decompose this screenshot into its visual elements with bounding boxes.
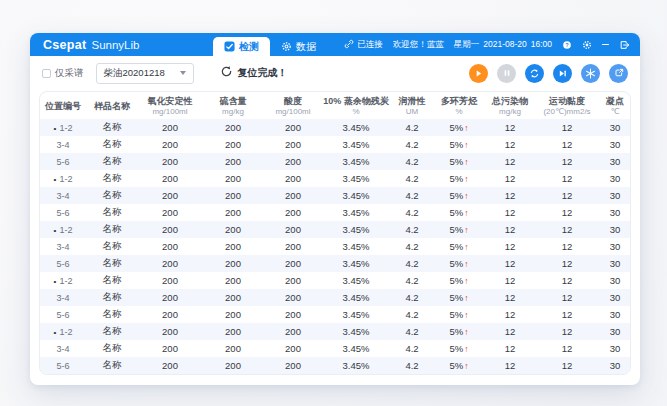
table-row[interactable]: 3-4名称2002002003.45%4.25%↑121230 (40, 238, 631, 255)
value-cell: 12 (484, 323, 536, 340)
value-cell: 3.45% (322, 357, 390, 374)
value-cell: 200 (202, 238, 264, 255)
export-icon (614, 68, 624, 78)
table-row[interactable]: 3-4名称2002002003.45%4.25%↑121230 (40, 136, 631, 153)
help-icon[interactable]: ? (562, 40, 572, 50)
value-cell: 200 (264, 136, 322, 153)
value-cell: 12 (536, 187, 598, 204)
column-label: 凝点 (598, 96, 631, 107)
column-label: 硫含量 (202, 96, 264, 107)
freeze-button[interactable] (581, 64, 600, 83)
table-row[interactable]: 3-4名称2002002003.45%4.25%↑121230 (40, 340, 631, 357)
value-cell: 200 (264, 255, 322, 272)
table-row[interactable]: 5-6名称2002002003.45%4.25%↑121230 (40, 255, 631, 272)
results-table-card: 位置编号样品名称氧化安定性mg/100ml硫含量mg/kg酸度mg/100ml1… (39, 91, 631, 375)
value-cell: 12 (536, 340, 598, 357)
value-cell: 200 (264, 119, 322, 136)
tab-data[interactable]: 数据 (270, 37, 327, 56)
value-cell: 4.2 (390, 187, 434, 204)
table-row[interactable]: •1-2名称2002002003.45%4.25%↑121230 (40, 221, 631, 238)
start-button[interactable] (469, 64, 488, 83)
value-cell: 30 (598, 238, 631, 255)
minimize-icon[interactable] (602, 44, 609, 46)
position-cell: •1-2 (40, 170, 86, 187)
spectrum-only-checkbox-group[interactable]: 仅采谱 (42, 67, 84, 80)
play-icon (474, 69, 483, 78)
sample-name-cell: 名称 (86, 255, 138, 272)
column-header: 样品名称 (86, 92, 138, 119)
table-row[interactable]: 3-4名称2002002003.45%4.25%↑121230 (40, 289, 631, 306)
value-cell: 12 (484, 136, 536, 153)
table-row[interactable]: 5-6名称2002002003.45%4.25%↑121230 (40, 357, 631, 374)
table-row[interactable]: 5-6名称2002002003.45%4.25%↑121230 (40, 306, 631, 323)
table-row[interactable]: 3-4名称2002002003.45%4.25%↑121230 (40, 187, 631, 204)
table-header-row: 位置编号样品名称氧化安定性mg/100ml硫含量mg/kg酸度mg/100ml1… (40, 92, 631, 119)
alert-up-icon: ↑ (464, 208, 468, 218)
settings-gear-icon[interactable] (582, 40, 592, 50)
value-cell: 5%↑ (434, 323, 484, 340)
value-cell: 12 (536, 306, 598, 323)
value-cell: 5%↑ (434, 340, 484, 357)
link-icon (344, 39, 354, 51)
value-cell: 200 (264, 357, 322, 374)
reset-status-text: 复位完成！ (238, 66, 288, 80)
value-cell: 30 (598, 136, 631, 153)
table-row[interactable]: •1-2名称2002002003.45%4.25%↑121230 (40, 119, 631, 136)
value-cell: 3.45% (322, 221, 390, 238)
weekday-text: 星期一 (454, 39, 480, 51)
value-cell: 4.2 (390, 238, 434, 255)
value-cell: 4.2 (390, 119, 434, 136)
column-unit: mg/100ml (264, 107, 322, 117)
value-cell: 30 (598, 119, 631, 136)
table-row[interactable]: •1-2名称2002002003.45%4.25%↑121230 (40, 272, 631, 289)
table-row[interactable]: 5-6名称2002002003.45%4.25%↑121230 (40, 153, 631, 170)
alert-up-icon: ↑ (464, 327, 468, 337)
titlebar-status-area: 已连接 欢迎您！蓝蓝 星期一 2021-08-20 16:00 ? (344, 39, 630, 51)
value-cell: 5%↑ (434, 238, 484, 255)
sample-select-value: 柴油20201218 (104, 67, 180, 80)
value-cell: 12 (536, 272, 598, 289)
value-cell: 4.2 (390, 221, 434, 238)
position-cell: 5-6 (40, 306, 86, 323)
sample-name-cell: 名称 (86, 340, 138, 357)
column-label: 位置编号 (40, 101, 86, 112)
value-cell: 30 (598, 221, 631, 238)
refresh-icon[interactable] (220, 64, 233, 82)
connection-status: 已连接 (344, 39, 383, 51)
value-cell: 200 (202, 340, 264, 357)
column-unit: % (322, 107, 390, 117)
alert-up-icon: ↑ (464, 191, 468, 201)
sync-button[interactable] (525, 64, 544, 83)
value-cell: 30 (598, 255, 631, 272)
value-cell: 12 (484, 238, 536, 255)
value-cell: 200 (264, 187, 322, 204)
sample-select[interactable]: 柴油20201218 (96, 63, 194, 84)
alert-up-icon: ↑ (464, 157, 468, 167)
tab-detection[interactable]: 检测 (213, 37, 270, 56)
value-cell: 12 (484, 272, 536, 289)
table-row[interactable]: 5-6名称2002002003.45%4.25%↑121230 (40, 204, 631, 221)
export-button[interactable] (609, 64, 628, 83)
table-row[interactable]: •1-2名称2002002003.45%4.25%↑121230 (40, 170, 631, 187)
value-cell: 12 (484, 187, 536, 204)
value-cell: 200 (138, 119, 202, 136)
table-row[interactable]: •1-2名称2002002003.45%4.25%↑121230 (40, 323, 631, 340)
value-cell: 200 (202, 357, 264, 374)
date-text: 2021-08-20 (483, 39, 526, 51)
column-label: 润滑性 (390, 96, 434, 107)
spectrum-only-checkbox[interactable] (42, 69, 51, 78)
sample-name-cell: 名称 (86, 272, 138, 289)
column-unit: % (434, 107, 484, 117)
value-cell: 4.2 (390, 136, 434, 153)
value-cell: 200 (138, 170, 202, 187)
sample-name-cell: 名称 (86, 204, 138, 221)
value-cell: 3.45% (322, 306, 390, 323)
skip-end-button[interactable] (553, 64, 572, 83)
value-cell: 200 (138, 153, 202, 170)
sample-name-cell: 名称 (86, 119, 138, 136)
logout-icon[interactable] (619, 40, 630, 50)
value-cell: 5%↑ (434, 119, 484, 136)
sample-name-cell: 名称 (86, 136, 138, 153)
column-label: 样品名称 (86, 101, 138, 112)
pause-button[interactable] (497, 64, 516, 83)
